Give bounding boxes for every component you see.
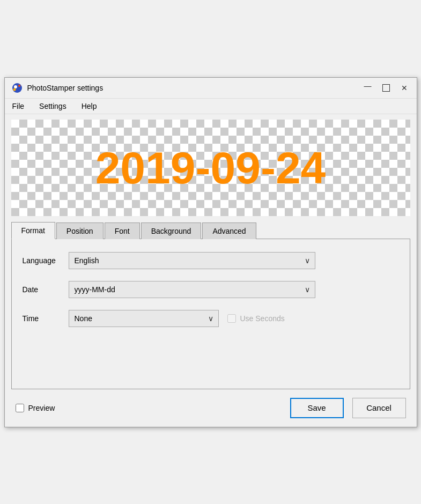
footer: Preview Save Cancel bbox=[5, 389, 417, 427]
preview-checkbox[interactable] bbox=[16, 404, 24, 412]
tab-advanced[interactable]: Advanced bbox=[202, 223, 256, 239]
time-row: Time None HH:mm HH:mm:ss h:mm tt Use Sec… bbox=[23, 310, 399, 327]
window-title: PhotoStamper settings bbox=[27, 84, 104, 92]
tab-format[interactable]: Format bbox=[11, 222, 55, 239]
tab-font[interactable]: Font bbox=[105, 223, 140, 239]
use-seconds-label: Use Seconds bbox=[240, 314, 285, 323]
tab-position[interactable]: Position bbox=[56, 223, 104, 239]
svg-point-0 bbox=[12, 83, 22, 93]
time-select-wrapper: None HH:mm HH:mm:ss h:mm tt bbox=[69, 310, 219, 327]
menu-help[interactable]: Help bbox=[78, 101, 100, 112]
date-row: Date yyyy-MM-dd MM/dd/yyyy dd/MM/yyyy MM… bbox=[23, 281, 399, 298]
minimize-icon bbox=[364, 86, 372, 90]
preview-label: Preview bbox=[28, 404, 55, 412]
tab-background[interactable]: Background bbox=[141, 223, 202, 239]
minimize-button[interactable] bbox=[362, 82, 374, 94]
maximize-button[interactable] bbox=[380, 82, 392, 94]
language-select-wrapper: English French German Spanish bbox=[69, 252, 315, 269]
preview-area: 2019-09-24 bbox=[11, 120, 410, 216]
tabs-container: Format Position Font Background Advanced bbox=[11, 221, 410, 239]
menu-file[interactable]: File bbox=[9, 101, 28, 112]
menu-settings[interactable]: Settings bbox=[36, 101, 70, 112]
maximize-icon bbox=[382, 84, 390, 92]
footer-left: Preview bbox=[16, 404, 55, 412]
date-select-wrapper: yyyy-MM-dd MM/dd/yyyy dd/MM/yyyy MMMM d,… bbox=[69, 281, 315, 298]
app-icon bbox=[11, 82, 23, 94]
use-seconds-group: Use Seconds bbox=[227, 314, 285, 323]
language-select[interactable]: English French German Spanish bbox=[69, 252, 315, 269]
title-bar-controls bbox=[362, 82, 410, 94]
footer-right: Save Cancel bbox=[290, 398, 406, 418]
preview-date-text: 2019-09-24 bbox=[95, 142, 326, 194]
title-bar-left: PhotoStamper settings bbox=[11, 82, 104, 94]
date-label: Date bbox=[23, 285, 60, 294]
save-button[interactable]: Save bbox=[290, 398, 344, 418]
main-window: PhotoStamper settings File Settings Help… bbox=[4, 77, 417, 427]
language-row: Language English French German Spanish bbox=[23, 252, 399, 269]
close-button[interactable] bbox=[398, 82, 410, 94]
time-label: Time bbox=[23, 314, 60, 323]
menu-bar: File Settings Help bbox=[5, 99, 417, 114]
svg-point-1 bbox=[14, 85, 17, 88]
time-select[interactable]: None HH:mm HH:mm:ss h:mm tt bbox=[69, 310, 219, 327]
close-icon bbox=[401, 83, 408, 93]
svg-point-3 bbox=[13, 88, 16, 91]
date-select[interactable]: yyyy-MM-dd MM/dd/yyyy dd/MM/yyyy MMMM d,… bbox=[69, 281, 315, 298]
content-area: Language English French German Spanish D… bbox=[11, 239, 410, 389]
svg-point-2 bbox=[18, 85, 20, 87]
cancel-button[interactable]: Cancel bbox=[352, 398, 406, 418]
title-bar: PhotoStamper settings bbox=[5, 78, 417, 99]
language-label: Language bbox=[23, 256, 60, 265]
use-seconds-checkbox[interactable] bbox=[227, 314, 236, 323]
